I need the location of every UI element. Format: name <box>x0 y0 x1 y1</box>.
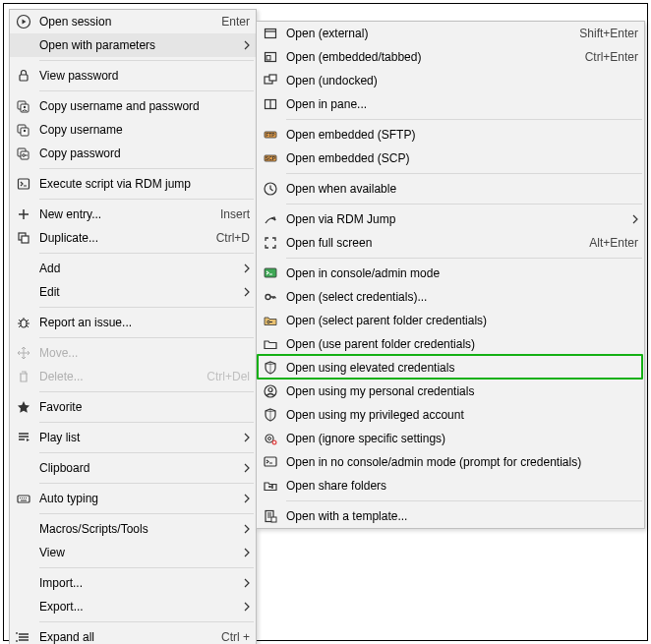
svg-rect-18 <box>266 56 270 61</box>
chevron-right-icon <box>242 548 250 557</box>
shield-icon <box>261 358 280 378</box>
right-menu-item-8[interactable]: Open full screenAlt+Enter <box>257 231 644 255</box>
chevron-right-icon <box>242 433 250 442</box>
menu-item-label: Open (undocked) <box>286 74 638 88</box>
left-menu-item-11[interactable]: Report an issue... <box>10 311 256 334</box>
folder-key-icon <box>261 311 280 330</box>
left-menu-item-4[interactable]: Copy username <box>10 118 256 142</box>
svg-rect-16 <box>266 29 276 38</box>
right-menu-item-9[interactable]: Open in console/admin mode <box>257 262 644 285</box>
scp-icon: SCP <box>261 148 280 168</box>
menu-item-label: Open with a template... <box>286 509 638 523</box>
menu-item-label: Open using my privileged account <box>286 408 638 422</box>
star-icon <box>14 397 33 417</box>
svg-rect-13 <box>22 236 29 243</box>
fullscreen-icon <box>261 233 280 253</box>
menu-item-label: Open session <box>39 15 209 29</box>
svg-rect-15 <box>18 496 30 502</box>
menu-item-shortcut: Enter <box>221 15 250 29</box>
menu-item-label: Duplicate... <box>39 231 205 245</box>
menu-item-shortcut: Shift+Enter <box>579 27 638 40</box>
menu-item-label: Favorite <box>39 400 250 414</box>
right-menu-item-4[interactable]: FTPOpen embedded (SFTP) <box>257 123 644 146</box>
chevron-right-icon <box>242 287 250 297</box>
move-icon <box>14 343 33 363</box>
copy-user-icon <box>14 120 33 140</box>
menu-item-label: Open via RDM Jump <box>286 212 622 226</box>
right-menu-item-18[interactable]: Open share folders <box>257 474 644 498</box>
menu-item-label: New entry... <box>39 207 208 221</box>
svg-point-14 <box>21 320 27 327</box>
left-menu-item-20[interactable]: Import... <box>10 571 256 595</box>
left-menu-item-8[interactable]: Duplicate...Ctrl+D <box>10 226 256 250</box>
chevron-right-icon <box>242 494 250 503</box>
blank-icon <box>14 519 33 539</box>
right-menu-item-10[interactable]: Open (select credentials)... <box>257 285 644 309</box>
left-menu-item-13: Delete...Ctrl+Del <box>10 365 256 388</box>
right-menu-item-17[interactable]: Open in no console/admin mode (prompt fo… <box>257 450 644 474</box>
left-menu-item-6[interactable]: Execute script via RDM jump <box>10 172 256 196</box>
right-menu-item-16[interactable]: Open (ignore specific settings) <box>257 427 644 450</box>
menu-item-label: Open in pane... <box>286 97 638 111</box>
menu-separator <box>286 119 642 120</box>
keyboard-icon <box>14 489 33 508</box>
right-menu-item-12[interactable]: Open (use parent folder credentials) <box>257 332 644 356</box>
left-menu-item-14[interactable]: Favorite <box>10 395 256 419</box>
chevron-right-icon <box>242 263 250 273</box>
gear-x-icon <box>261 429 280 448</box>
play-circle-icon <box>14 12 33 31</box>
trash-icon <box>14 367 33 386</box>
right-menu-item-11[interactable]: Open (select parent folder credentials) <box>257 309 644 332</box>
left-menu-item-22[interactable]: Expand allCtrl + <box>10 625 256 644</box>
right-menu-item-2[interactable]: Open (undocked) <box>257 69 644 92</box>
menu-separator <box>39 452 254 453</box>
context-menu-right-submenu: Open (external)Shift+EnterOpen (embedded… <box>256 21 645 529</box>
right-menu-item-19[interactable]: Open with a template... <box>257 504 644 528</box>
left-menu-item-16[interactable]: Clipboard <box>10 456 256 480</box>
context-menu-left: Open sessionEnterOpen with parametersVie… <box>9 9 257 644</box>
svg-rect-27 <box>265 268 276 277</box>
console-icon <box>261 263 280 283</box>
left-menu-item-17[interactable]: Auto typing <box>10 487 256 510</box>
menu-item-label: Open (select parent folder credentials) <box>286 314 638 327</box>
right-menu-item-7[interactable]: Open via RDM Jump <box>257 207 644 231</box>
menu-item-label: Open when available <box>286 182 638 196</box>
right-menu-item-0[interactable]: Open (external)Shift+Enter <box>257 22 644 45</box>
right-menu-item-3[interactable]: Open in pane... <box>257 92 644 116</box>
left-menu-item-5[interactable]: Copy password <box>10 142 256 165</box>
menu-item-label: Open using my personal credentials <box>286 384 638 398</box>
menu-item-label: Import... <box>39 576 234 590</box>
menu-item-shortcut: Ctrl+D <box>216 231 250 245</box>
menu-separator <box>286 258 642 259</box>
copy-users-icon <box>14 96 33 116</box>
left-menu-item-1[interactable]: Open with parameters <box>10 33 256 57</box>
left-menu-item-10[interactable]: Edit <box>10 280 256 304</box>
left-menu-item-15[interactable]: Play list <box>10 426 256 449</box>
right-menu-item-5[interactable]: SCPOpen embedded (SCP) <box>257 146 644 170</box>
menu-separator <box>39 422 254 423</box>
template-icon <box>261 506 280 526</box>
left-menu-item-19[interactable]: View <box>10 541 256 564</box>
chevron-right-icon <box>242 524 250 534</box>
left-menu-item-9[interactable]: Add <box>10 257 256 280</box>
window-emb-icon <box>261 47 280 67</box>
right-menu-item-13[interactable]: Open using elevated credentials <box>257 356 644 380</box>
left-menu-item-3[interactable]: Copy username and password <box>10 94 256 118</box>
window-ext-icon <box>261 24 280 43</box>
menu-separator <box>39 60 254 61</box>
right-menu-item-1[interactable]: Open (embedded/tabbed)Ctrl+Enter <box>257 45 644 69</box>
menu-item-label: Open full screen <box>286 236 577 250</box>
right-menu-item-14[interactable]: Open using my personal credentials <box>257 380 644 403</box>
right-menu-item-6[interactable]: Open when available <box>257 177 644 201</box>
right-menu-item-15[interactable]: Open using my privileged account <box>257 403 644 427</box>
menu-separator <box>39 567 254 568</box>
menu-separator <box>39 168 254 169</box>
menu-separator <box>39 253 254 254</box>
left-menu-item-21[interactable]: Export... <box>10 595 256 618</box>
left-menu-item-7[interactable]: New entry...Insert <box>10 203 256 226</box>
left-menu-item-18[interactable]: Macros/Scripts/Tools <box>10 517 256 541</box>
left-menu-item-0[interactable]: Open sessionEnter <box>10 10 256 33</box>
svg-point-7 <box>24 130 26 132</box>
left-menu-item-2[interactable]: View password <box>10 64 256 88</box>
blank-icon <box>14 597 33 616</box>
